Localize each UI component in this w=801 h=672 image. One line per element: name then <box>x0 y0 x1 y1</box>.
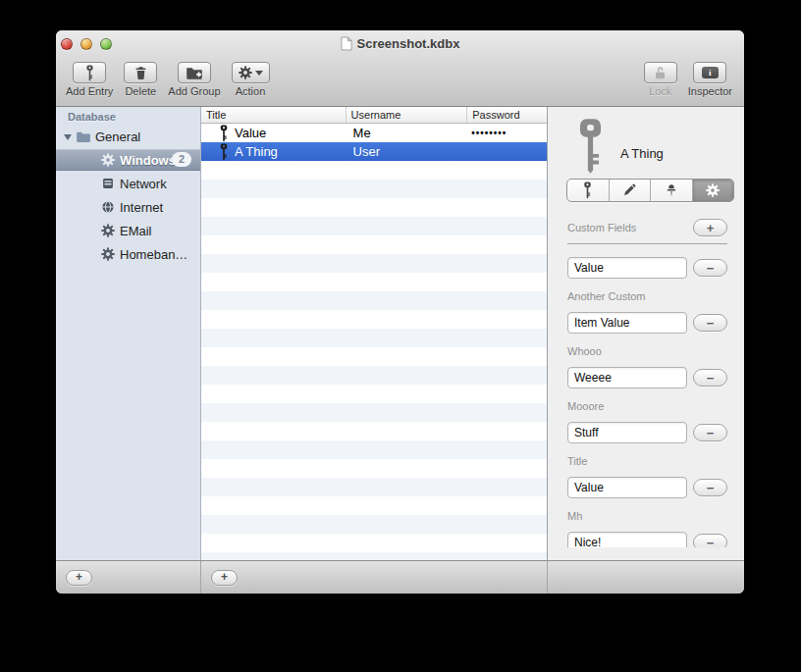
document-icon <box>341 36 352 51</box>
gear-icon <box>706 183 720 197</box>
window-title: Screenshot.kdbx <box>357 36 460 51</box>
section-divider <box>567 243 727 244</box>
gear-icon <box>239 66 252 79</box>
remove-field-button[interactable]: − <box>693 314 727 332</box>
toolbar: Add Entry Delete Add Group <box>56 56 744 106</box>
group-label: Homeban… <box>120 247 187 262</box>
group-label: Internet <box>120 200 163 215</box>
custom-field-label: Whooo <box>567 345 602 357</box>
title-area: Screenshot.kdbx <box>56 30 744 56</box>
sidebar-item-general[interactable]: General <box>56 126 200 147</box>
column-header-title[interactable]: Title <box>201 107 347 123</box>
custom-field-label: Mh <box>567 510 582 522</box>
custom-field-input[interactable] <box>567 422 687 443</box>
custom-field-input[interactable] <box>567 367 687 388</box>
group-label: EMail <box>120 224 152 238</box>
tab-general[interactable] <box>567 180 609 201</box>
inspector-entry-title: A Thing <box>620 146 664 161</box>
delete-label: Delete <box>125 85 156 97</box>
action-label: Action <box>236 85 266 97</box>
custom-field-input[interactable] <box>567 477 687 498</box>
group-label: General <box>95 129 140 144</box>
tab-notes[interactable] <box>609 180 651 201</box>
inspector-panel: A Thing Custom Fields + <box>548 107 744 561</box>
add-group-bottom-button[interactable]: + <box>66 570 92 586</box>
lock-button[interactable]: Lock <box>644 62 677 97</box>
add-group-label: Add Group <box>168 85 220 97</box>
sidebar-item-windows[interactable]: Windows 2 <box>56 149 200 171</box>
entry-password <box>467 142 547 161</box>
key-icon <box>219 125 229 142</box>
sidebar-item-email[interactable]: EMail <box>56 220 200 241</box>
gear-icon <box>101 224 115 237</box>
inspector-button[interactable]: i Inspector <box>688 62 732 97</box>
entry-key-icon <box>576 118 605 175</box>
custom-field-input[interactable] <box>567 257 687 279</box>
trash-icon <box>134 66 148 80</box>
custom-field-label: Title <box>567 455 587 467</box>
custom-field-input[interactable] <box>567 312 687 334</box>
lock-label: Lock <box>649 85 671 97</box>
column-header-password[interactable]: Password <box>467 107 547 123</box>
table-row-selected[interactable]: A Thing User <box>201 142 547 161</box>
chevron-down-icon <box>255 71 263 79</box>
add-group-button[interactable]: Add Group <box>168 62 220 97</box>
custom-field-input[interactable] <box>567 532 687 547</box>
gear-icon <box>101 247 115 261</box>
sidebar-item-network[interactable]: Network <box>56 173 200 194</box>
sidebar-item-internet[interactable]: Internet <box>56 196 200 218</box>
disclosure-triangle-icon[interactable] <box>64 134 72 144</box>
key-icon <box>219 143 229 161</box>
entry-title: A Thing <box>235 144 278 159</box>
custom-fields-heading: Custom Fields <box>567 222 636 233</box>
remove-field-button[interactable]: − <box>693 534 727 547</box>
lock-open-icon <box>653 66 668 80</box>
tab-custom-fields[interactable] <box>692 180 734 201</box>
action-button[interactable]: Action <box>232 62 270 97</box>
add-entry-button[interactable]: Add Entry <box>66 62 113 97</box>
table-row[interactable]: Value Me •••••••• <box>201 124 547 142</box>
sidebar-section-header: Database <box>68 111 116 123</box>
entry-username: User <box>347 142 468 161</box>
entry-table: Title Username Password Value Me •••••••… <box>201 107 548 561</box>
folder-plus-icon <box>186 66 203 80</box>
key-icon <box>582 181 593 199</box>
info-icon: i <box>702 67 719 78</box>
delete-button[interactable]: Delete <box>124 62 157 97</box>
column-header-username[interactable]: Username <box>347 107 468 123</box>
custom-field-label: Another Custom <box>567 290 645 302</box>
entry-username: Me <box>347 124 468 142</box>
group-label: Network <box>120 177 167 191</box>
add-entry-bottom-button[interactable]: + <box>211 570 238 586</box>
key-icon <box>84 65 95 81</box>
custom-field-label: Mooore <box>567 400 604 412</box>
entry-count-badge: 2 <box>172 152 191 167</box>
pencil-icon <box>622 183 636 197</box>
window-chrome: Screenshot.kdbx Add Entry Delete <box>56 30 744 107</box>
empty-rows-area[interactable] <box>201 161 547 561</box>
inspector-label: Inspector <box>688 85 732 97</box>
main-content: Database General Windows 2 <box>56 107 744 561</box>
add-entry-label: Add Entry <box>66 85 113 97</box>
bottom-bar: + + <box>56 560 744 594</box>
server-icon <box>101 177 115 190</box>
remove-field-button[interactable]: − <box>693 479 727 496</box>
titlebar[interactable]: Screenshot.kdbx <box>56 30 744 56</box>
group-label: Windows <box>120 153 176 168</box>
sidebar-item-homebanking[interactable]: Homeban… <box>56 243 200 265</box>
table-header: Title Username Password <box>201 107 547 124</box>
app-window: Screenshot.kdbx Add Entry Delete <box>56 30 744 594</box>
entry-title: Value <box>235 126 266 140</box>
entry-password: •••••••• <box>467 124 547 142</box>
tab-attachments[interactable] <box>650 180 692 201</box>
globe-icon <box>101 200 115 214</box>
group-sidebar: Database General Windows 2 <box>56 107 201 561</box>
gear-icon <box>101 153 115 167</box>
pushpin-icon <box>665 182 678 198</box>
inspector-tabs <box>566 179 734 202</box>
folder-icon <box>76 130 91 143</box>
add-custom-field-button[interactable]: + <box>693 219 727 236</box>
remove-field-button[interactable]: − <box>693 259 727 277</box>
remove-field-button[interactable]: − <box>693 369 727 387</box>
remove-field-button[interactable]: − <box>693 424 727 441</box>
